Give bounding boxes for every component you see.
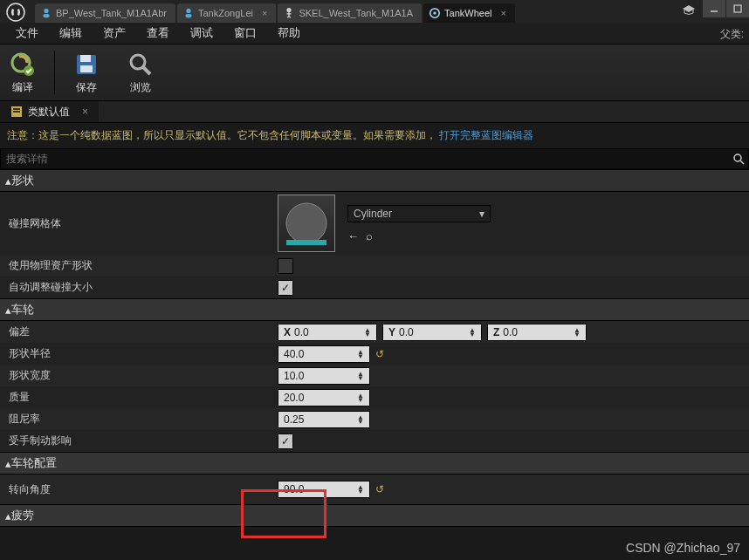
reset-icon[interactable]: ↺	[375, 348, 384, 360]
svg-point-7	[433, 11, 436, 15]
menu-debug[interactable]: 调试	[180, 22, 223, 44]
blueprint-icon	[40, 7, 52, 19]
mass-input[interactable]: 20.0▲▼	[278, 389, 370, 406]
width-value: 10.0	[284, 370, 304, 382]
label-auto-adjust: 自动调整碰撞大小	[0, 277, 272, 298]
section-shape[interactable]: ▴ 形状	[0, 169, 749, 192]
save-label: 保存	[76, 80, 97, 95]
spinner-icon[interactable]: ▲▼	[357, 393, 364, 402]
offset-y-input[interactable]: Y0.0▲▼	[382, 324, 482, 341]
menu-edit[interactable]: 编辑	[49, 22, 93, 44]
menu-help[interactable]: 帮助	[267, 22, 311, 44]
section-wheel-title: 车轮	[11, 302, 34, 318]
svg-rect-19	[13, 111, 20, 113]
label-width: 形状宽度	[0, 365, 272, 386]
steer-angle-input[interactable]: 90.0▲▼	[278, 481, 370, 498]
panel-tabs: 类默认值 ×	[0, 101, 749, 123]
asset-combo[interactable]: Cylinder ▾	[347, 205, 491, 222]
menu-window[interactable]: 窗口	[223, 22, 267, 44]
blueprint-icon	[182, 7, 195, 19]
row-width: 形状宽度 10.0▲▼	[0, 365, 749, 386]
parent-class-label: 父类:	[720, 27, 744, 42]
use-selected-icon[interactable]: ←	[347, 229, 359, 242]
spinner-icon[interactable]: ▲▼	[357, 415, 364, 424]
search-input[interactable]	[1, 151, 729, 167]
width-input[interactable]: 10.0▲▼	[278, 367, 370, 385]
svg-point-5	[287, 8, 292, 12]
row-radius: 形状半径 40.0▲▼ ↺	[0, 343, 749, 365]
maximize-button[interactable]	[726, 0, 749, 17]
save-button[interactable]: 保存	[72, 51, 100, 95]
label-collision-mesh: 碰撞网格体	[0, 213, 272, 235]
tab-label: BP_West_Tank_M1A1Abr	[56, 8, 167, 18]
tab-bp-west-tank[interactable]: BP_West_Tank_M1A1Abr	[35, 3, 175, 23]
menu-view[interactable]: 查看	[136, 22, 180, 44]
spinner-icon[interactable]: ▲▼	[574, 328, 581, 337]
damping-value: 0.25	[284, 413, 304, 426]
spinner-icon[interactable]: ▲▼	[357, 350, 364, 359]
tab-skel-west-tank[interactable]: SKEL_West_Tank_M1A1A	[278, 3, 422, 23]
open-full-editor-link[interactable]: 打开完整蓝图编辑器	[439, 129, 533, 141]
spinner-icon[interactable]: ▲▼	[357, 485, 364, 494]
close-icon[interactable]: ×	[82, 106, 88, 118]
menu-file[interactable]: 文件	[5, 22, 49, 44]
row-damping: 阻尼率 0.25▲▼	[0, 408, 749, 430]
tutorial-icon[interactable]	[681, 3, 697, 21]
close-icon[interactable]: ×	[262, 8, 267, 18]
spinner-icon[interactable]: ▲▼	[357, 372, 364, 380]
damping-input[interactable]: 0.25▲▼	[278, 411, 370, 428]
radius-value: 40.0	[284, 348, 304, 360]
tab-tank-wheel[interactable]: TankWheel ×	[423, 3, 515, 23]
radius-input[interactable]: 40.0▲▼	[278, 345, 370, 363]
browse-button[interactable]: 浏览	[127, 51, 155, 95]
asset-name: Cylinder	[354, 208, 392, 220]
row-collision-mesh: 碰撞网格体 Cylinder ▾ ← ⌕	[0, 192, 749, 255]
svg-rect-13	[80, 55, 91, 62]
menu-asset[interactable]: 资产	[93, 22, 136, 44]
watermark: CSDN @Zhichao_97	[626, 541, 740, 555]
svg-line-16	[143, 67, 150, 74]
svg-line-21	[740, 160, 744, 164]
section-steer[interactable]: ▴ 车轮配置	[0, 452, 749, 475]
search-icon[interactable]	[729, 153, 748, 165]
tab-tank-zonglei[interactable]: TankZongLei ×	[177, 3, 276, 23]
defaults-icon	[10, 106, 23, 118]
asset-thumbnail[interactable]	[278, 195, 335, 252]
browse-label: 浏览	[130, 80, 151, 95]
minimize-button[interactable]	[703, 0, 725, 17]
svg-rect-14	[80, 65, 93, 72]
details-panel: ▴ 形状 碰撞网格体 Cylinder ▾ ← ⌕ 使用物理资产形状 自动调整碰…	[0, 169, 749, 527]
spinner-icon[interactable]: ▲▼	[364, 328, 371, 337]
steer-angle-value: 90.0	[284, 483, 304, 495]
checkbox-auto-adjust[interactable]: ✓	[278, 280, 293, 296]
spinner-icon[interactable]: ▲▼	[469, 328, 476, 337]
section-wheel[interactable]: ▴ 车轮	[0, 298, 749, 321]
svg-point-3	[186, 9, 190, 13]
svg-rect-18	[13, 108, 20, 110]
browse-to-icon[interactable]: ⌕	[366, 229, 373, 242]
compile-label: 编译	[12, 80, 33, 95]
toolbar: 编译 保存 浏览	[0, 44, 749, 101]
section-fatigue-title: 疲劳	[11, 508, 34, 523]
checkbox-handbrake[interactable]: ✓	[278, 434, 293, 449]
close-icon[interactable]: ×	[501, 8, 506, 18]
offset-x-value: 0.0	[294, 326, 309, 338]
label-mass: 质量	[0, 386, 272, 408]
offset-z-input[interactable]: Z0.0▲▼	[487, 324, 587, 341]
label-use-phys: 使用物理资产形状	[0, 255, 272, 277]
toolbar-divider	[54, 51, 55, 94]
mass-value: 20.0	[284, 392, 304, 404]
label-damping: 阻尼率	[0, 408, 272, 430]
subtab-label: 类默认值	[28, 105, 70, 120]
tab-class-defaults[interactable]: 类默认值 ×	[0, 101, 99, 122]
offset-z-value: 0.0	[503, 326, 518, 338]
section-fatigue[interactable]: ▴ 疲劳	[0, 504, 749, 527]
compile-button[interactable]: 编译	[9, 51, 37, 95]
checkbox-use-phys[interactable]	[278, 258, 293, 274]
chevron-down-icon: ▾	[479, 208, 484, 220]
reset-icon[interactable]: ↺	[375, 483, 384, 495]
offset-x-input[interactable]: X0.0▲▼	[278, 324, 377, 341]
menu-bar: 文件 编辑 资产 查看 调试 窗口 帮助	[0, 23, 749, 44]
row-mass: 质量 20.0▲▼	[0, 386, 749, 408]
ue-logo-icon	[5, 2, 26, 23]
